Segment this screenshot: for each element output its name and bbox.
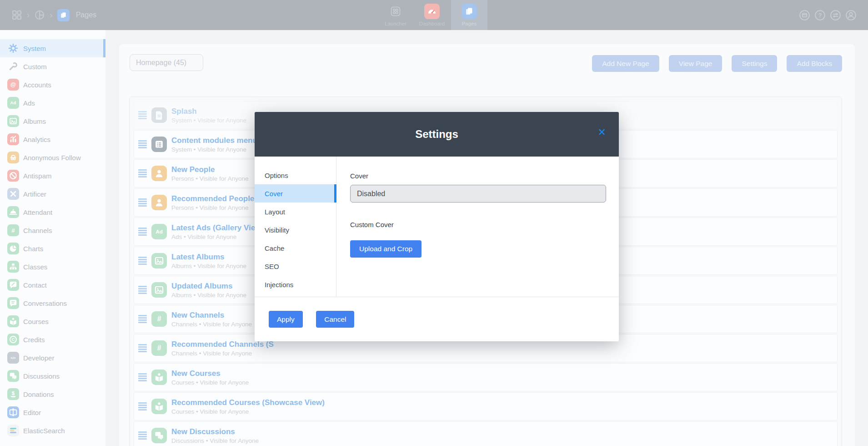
close-icon[interactable]: ✕ bbox=[598, 127, 606, 137]
drag-handle-icon[interactable] bbox=[138, 111, 147, 119]
drag-handle-icon[interactable] bbox=[138, 402, 147, 411]
sidebar-item-ads[interactable]: Ad Ads bbox=[0, 94, 105, 112]
sidebar-item-system[interactable]: System bbox=[0, 39, 105, 57]
block-subtitle: System • Visible for Anyone bbox=[171, 117, 246, 124]
sidebar-item-label: Attendant bbox=[23, 208, 52, 216]
toolbar-panel-icon[interactable] bbox=[798, 9, 811, 21]
page-block-row[interactable]: New Discussions Discussions • Visible fo… bbox=[134, 421, 838, 446]
preferences-icon[interactable] bbox=[829, 9, 842, 21]
modal-tab-layout[interactable]: Layout bbox=[255, 203, 336, 221]
course-book-icon bbox=[151, 399, 167, 414]
modal-tab-options[interactable]: Options bbox=[255, 166, 336, 184]
apply-button[interactable]: Apply bbox=[269, 311, 303, 328]
upload-and-crop-button[interactable]: Upload and Crop bbox=[350, 240, 421, 258]
wrench-icon bbox=[7, 61, 19, 72]
sidebar-item-label: Analytics bbox=[23, 136, 50, 143]
document-icon bbox=[151, 107, 167, 123]
settings-button[interactable]: Settings bbox=[732, 55, 777, 72]
sidebar-item-label: Classes bbox=[23, 263, 47, 271]
hashtag-icon: # bbox=[7, 224, 19, 236]
drag-handle-icon[interactable] bbox=[138, 286, 147, 294]
modal-tab-visibility[interactable]: Visibility bbox=[255, 221, 336, 239]
sidebar-item-label: Courses bbox=[23, 318, 49, 325]
person-icon bbox=[151, 195, 167, 210]
page-selector-dropdown[interactable]: Homepage (45) bbox=[130, 54, 203, 71]
cover-field-label: Cover bbox=[350, 172, 606, 180]
drag-handle-icon[interactable] bbox=[138, 228, 147, 236]
svg-text:@: @ bbox=[10, 81, 16, 88]
drag-handle-icon[interactable] bbox=[138, 373, 147, 381]
sidebar-item-discussions[interactable]: Discussions bbox=[0, 367, 105, 385]
sidebar-item-analytics[interactable]: Analytics bbox=[0, 130, 105, 148]
sidebar-item-antispam[interactable]: Antispam bbox=[0, 167, 105, 185]
tab-label: Dashboard bbox=[419, 21, 445, 26]
sidebar-item-channels[interactable]: # Channels bbox=[0, 221, 105, 239]
block-title: Updated Albums bbox=[171, 281, 246, 291]
cancel-button[interactable]: Cancel bbox=[316, 311, 354, 328]
block-subtitle: Discussions • Visible for Anyone bbox=[171, 437, 259, 444]
block-subtitle: Persons • Visible for Anyone bbox=[171, 175, 249, 182]
sidebar-item-custom[interactable]: Custom bbox=[0, 57, 105, 76]
top-center-tabs: Launcher Dashboard Pages bbox=[0, 0, 868, 30]
page-block-row[interactable]: New Courses Courses • Visible for Anyone bbox=[134, 363, 838, 391]
at-sign-icon: @ bbox=[7, 79, 19, 91]
tab-launcher[interactable]: Launcher bbox=[377, 0, 414, 30]
sidebar-item-elasticsearch[interactable]: ElasticSearch bbox=[0, 421, 105, 440]
modal-header: Settings ✕ bbox=[255, 112, 619, 157]
sidebar-item-label: Contact bbox=[23, 281, 47, 289]
sidebar-item-contact[interactable]: Contact bbox=[0, 276, 105, 294]
cover-select[interactable]: Disabled bbox=[350, 185, 606, 203]
sidebar-item-editor[interactable]: Editor bbox=[0, 403, 105, 421]
profile-icon[interactable] bbox=[845, 9, 857, 21]
sidebar-item-donations[interactable]: $ Donations bbox=[0, 385, 105, 403]
drag-handle-icon[interactable] bbox=[138, 431, 147, 440]
credits-icon: C bbox=[7, 334, 19, 345]
chat-bubble-icon bbox=[7, 297, 19, 309]
sidebar-item-courses[interactable]: Courses bbox=[0, 312, 105, 330]
svg-text:#: # bbox=[157, 344, 161, 352]
block-title: Splash bbox=[171, 106, 246, 116]
help-icon[interactable]: ? bbox=[814, 9, 826, 21]
sidebar-item-conversations[interactable]: Conversations bbox=[0, 294, 105, 312]
sidebar-item-anonymous-follow[interactable]: Anonymous Follow bbox=[0, 148, 105, 167]
drag-handle-icon[interactable] bbox=[138, 315, 147, 323]
sidebar-item-albums[interactable]: Albums bbox=[0, 112, 105, 130]
block-title: Latest Albums bbox=[171, 252, 246, 262]
sidebar-item-attendant[interactable]: Attendant bbox=[0, 203, 105, 221]
block-title: Content modules menu bbox=[171, 136, 257, 145]
modal-tab-cover[interactable]: Cover bbox=[255, 184, 336, 203]
pie-chart-icon bbox=[7, 243, 19, 254]
drag-handle-icon[interactable] bbox=[138, 198, 147, 207]
view-page-button[interactable]: View Page bbox=[669, 55, 722, 72]
tab-pages[interactable]: Pages bbox=[451, 0, 487, 30]
modal-tab-list: Options Cover Layout Visibility Cache SE… bbox=[255, 157, 336, 297]
drag-handle-icon[interactable] bbox=[138, 344, 147, 352]
editor-icon bbox=[7, 406, 19, 418]
drag-handle-icon[interactable] bbox=[138, 169, 147, 177]
modal-tab-cache[interactable]: Cache bbox=[255, 239, 336, 257]
sidebar-item-charts[interactable]: Charts bbox=[0, 239, 105, 258]
sidebar-item-label: Accounts bbox=[23, 81, 51, 89]
albums-image-icon bbox=[151, 253, 167, 269]
add-new-page-button[interactable]: Add New Page bbox=[592, 55, 659, 72]
modal-tab-seo[interactable]: SEO bbox=[255, 257, 336, 275]
top-right-icons: ? bbox=[798, 0, 857, 30]
sidebar-item-accounts[interactable]: @ Accounts bbox=[0, 76, 105, 94]
sidebar-item-classes[interactable]: Classes bbox=[0, 258, 105, 276]
sidebar-item-artificer[interactable]: Artificer bbox=[0, 185, 105, 203]
sidebar-item-label: ElasticSearch bbox=[23, 427, 65, 435]
person-icon bbox=[151, 166, 167, 181]
dashboard-gauge-icon bbox=[424, 4, 440, 19]
drag-handle-icon[interactable] bbox=[138, 140, 147, 148]
sidebar-item-credits[interactable]: C Credits bbox=[0, 330, 105, 349]
sidebar-item-label: System bbox=[23, 45, 46, 52]
add-blocks-button[interactable]: Add Blocks bbox=[787, 55, 842, 72]
sidebar-item-developer[interactable]: </> Developer bbox=[0, 349, 105, 367]
sidebar-item-label: Antispam bbox=[23, 172, 52, 180]
classes-grid-icon bbox=[7, 261, 19, 273]
ads-icon: Ad bbox=[151, 224, 167, 239]
page-block-row[interactable]: Recommended Courses (Showcase View) Cour… bbox=[134, 392, 838, 421]
modal-tab-injections[interactable]: Injections bbox=[255, 275, 336, 294]
drag-handle-icon[interactable] bbox=[138, 257, 147, 265]
tab-dashboard[interactable]: Dashboard bbox=[414, 0, 450, 30]
